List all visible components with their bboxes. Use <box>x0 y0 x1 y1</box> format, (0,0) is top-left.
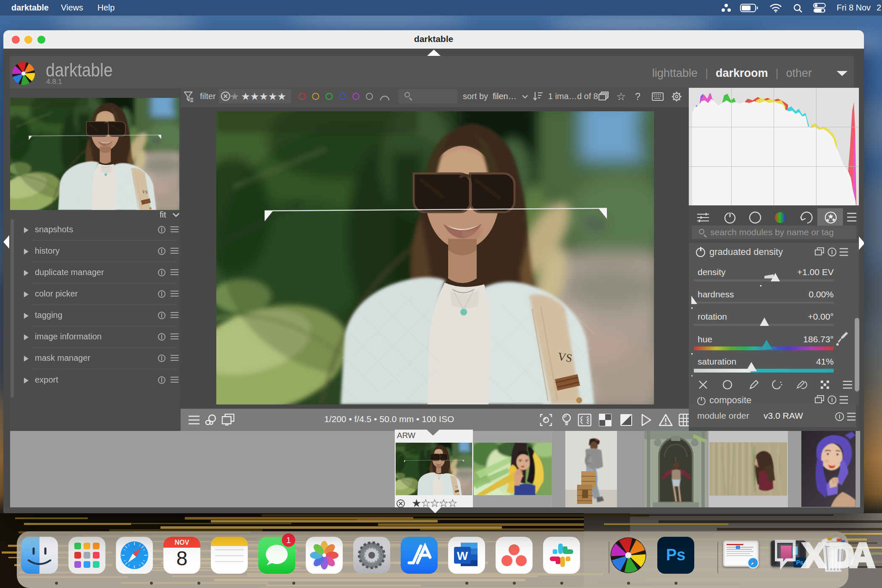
svg-text:W: W <box>457 549 468 562</box>
